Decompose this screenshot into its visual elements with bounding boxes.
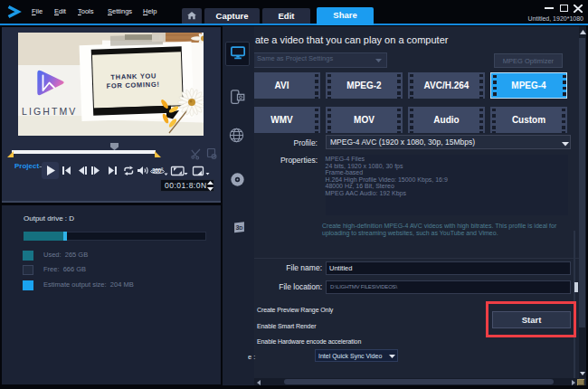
svg-text:3D: 3D: [235, 224, 242, 232]
svg-text:LIGHTMV: LIGHTMV: [22, 106, 77, 117]
